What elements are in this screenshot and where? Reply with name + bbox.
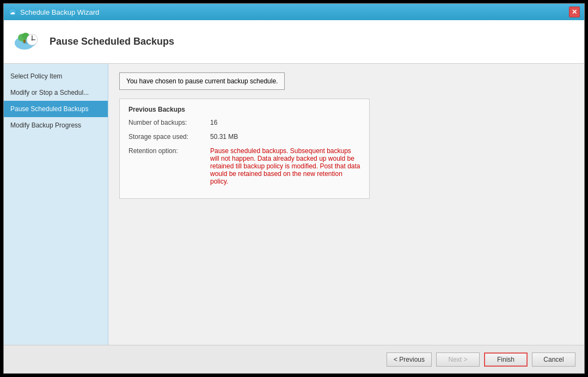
detail-row-retention: Retention option: Pause scheduled backup… [128,147,360,185]
details-box-title: Previous Backups [128,106,360,113]
svg-point-13 [32,39,33,40]
header-area: Pause Scheduled Backups [4,20,584,64]
sidebar-item-pause-backups[interactable]: Pause Scheduled Backups [4,101,108,117]
info-banner: You have chosen to pause current backup … [119,72,285,90]
footer: < Previous Next > Finish Cancel [4,345,584,373]
sidebar-item-select-policy[interactable]: Select Policy Item [4,68,108,84]
title-bar: ☁ Schedule Backup Wizard ✕ [4,4,584,20]
sidebar: Select Policy Item Modify or Stop a Sche… [4,64,108,345]
svg-text:☁: ☁ [10,9,15,15]
sidebar-item-modify-progress[interactable]: Modify Backup Progress [4,117,108,133]
cancel-button[interactable]: Cancel [532,352,575,367]
value-storage-space: 50.31 MB [210,133,238,141]
header-title: Pause Scheduled Backups [50,36,174,47]
close-button[interactable]: ✕ [569,7,580,17]
content-area: You have chosen to pause current backup … [108,64,584,345]
window-title: Schedule Backup Wizard [20,8,99,16]
main-area: Select Policy Item Modify or Stop a Sche… [4,64,584,345]
value-number-of-backups: 16 [210,119,217,126]
title-bar-left: ☁ Schedule Backup Wizard [8,8,99,16]
next-button[interactable]: Next > [436,352,480,367]
value-retention: Pause scheduled backups. Subsequent back… [210,147,360,185]
details-box: Previous Backups Number of backups: 16 S… [119,99,370,199]
detail-row-backups: Number of backups: 16 [128,119,360,126]
app-icon: ☁ [8,8,17,16]
svg-rect-8 [23,40,26,43]
label-number-of-backups: Number of backups: [128,119,210,126]
finish-button[interactable]: Finish [484,352,528,367]
sidebar-item-modify-stop[interactable]: Modify or Stop a Schedul... [4,84,108,101]
detail-row-storage: Storage space used: 50.31 MB [128,133,360,141]
previous-button[interactable]: < Previous [387,352,432,367]
wizard-window: ☁ Schedule Backup Wizard ✕ Pause Schedul… [3,3,585,374]
header-icon [13,28,41,56]
label-retention: Retention option: [128,147,210,155]
label-storage-space: Storage space used: [128,133,210,141]
